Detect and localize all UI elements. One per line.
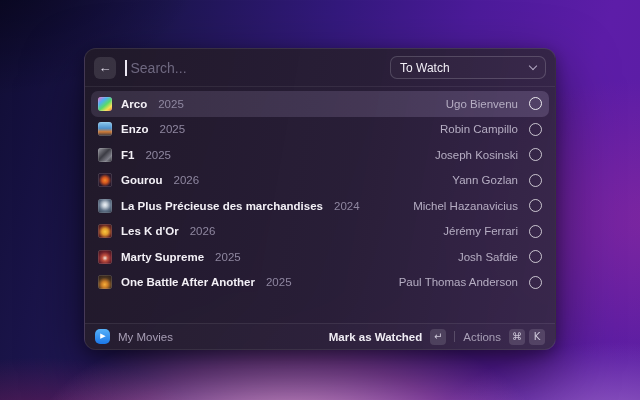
watched-checkbox[interactable]	[529, 123, 542, 136]
back-button[interactable]: ←	[94, 57, 116, 79]
movie-row[interactable]: Enzo 2025 Robin Campillo	[91, 117, 549, 143]
chevron-down-icon	[529, 62, 537, 70]
movie-row[interactable]: One Battle After Another 2025 Paul Thoma…	[91, 270, 549, 296]
movie-row[interactable]: Arco 2025 Ugo Bienvenu	[91, 91, 549, 117]
search-input[interactable]	[129, 59, 391, 77]
movie-row[interactable]: La Plus Précieuse des marchandises 2024 …	[91, 193, 549, 219]
movie-director: Robin Campillo	[440, 123, 518, 135]
watched-checkbox[interactable]	[529, 97, 542, 110]
my-movies-app-icon: ▶	[95, 329, 110, 344]
movie-year: 2025	[158, 98, 184, 110]
return-key-icon: ↵	[430, 329, 446, 345]
movie-poster-icon	[98, 250, 112, 264]
footer-divider	[454, 331, 455, 342]
footer-bar: ▶ My Movies Mark as Watched ↵ Actions ⌘ …	[85, 323, 555, 349]
movie-row[interactable]: F1 2025 Joseph Kosinski	[91, 142, 549, 168]
command-key-icon: ⌘	[509, 329, 525, 345]
movie-director: Jérémy Ferrari	[443, 225, 518, 237]
launcher-window: ← To Watch Arco 2025 Ugo Bienvenu Enzo 2…	[84, 48, 556, 350]
movie-list: Arco 2025 Ugo Bienvenu Enzo 2025 Robin C…	[85, 87, 555, 323]
watched-checkbox[interactable]	[529, 199, 542, 212]
text-cursor	[125, 60, 127, 76]
filter-dropdown[interactable]: To Watch	[390, 56, 546, 79]
movie-year: 2025	[145, 149, 171, 161]
movie-director: Joseph Kosinski	[435, 149, 518, 161]
movie-year: 2026	[174, 174, 200, 186]
k-key-icon: K	[529, 329, 545, 345]
filter-dropdown-value: To Watch	[400, 61, 450, 75]
movie-year: 2026	[190, 225, 216, 237]
movie-director: Michel Hazanavicius	[413, 200, 518, 212]
back-arrow-icon: ←	[99, 60, 112, 75]
movie-director: Josh Safdie	[458, 251, 518, 263]
watched-checkbox[interactable]	[529, 276, 542, 289]
movie-title: Arco	[121, 98, 147, 110]
movie-director: Yann Gozlan	[452, 174, 518, 186]
play-icon: ▶	[100, 333, 105, 340]
movie-director: Paul Thomas Anderson	[399, 276, 518, 288]
movie-title: Enzo	[121, 123, 148, 135]
movie-title: F1	[121, 149, 134, 161]
movie-poster-icon	[98, 199, 112, 213]
movie-poster-icon	[98, 275, 112, 289]
movie-title: Gourou	[121, 174, 163, 186]
movie-title: Marty Supreme	[121, 251, 204, 263]
movie-title: La Plus Précieuse des marchandises	[121, 200, 323, 212]
movie-poster-icon	[98, 122, 112, 136]
movie-director: Ugo Bienvenu	[446, 98, 518, 110]
movie-poster-icon	[98, 224, 112, 238]
movie-year: 2025	[215, 251, 241, 263]
movie-row[interactable]: Les K d'Or 2026 Jérémy Ferrari	[91, 219, 549, 245]
actions-button[interactable]: Actions	[463, 331, 501, 343]
watched-checkbox[interactable]	[529, 174, 542, 187]
movie-row[interactable]: Gourou 2026 Yann Gozlan	[91, 168, 549, 194]
watched-checkbox[interactable]	[529, 250, 542, 263]
top-bar: ← To Watch	[85, 49, 555, 87]
movie-year: 2025	[159, 123, 185, 135]
movie-year: 2025	[266, 276, 292, 288]
movie-year: 2024	[334, 200, 360, 212]
movie-title: One Battle After Another	[121, 276, 255, 288]
watched-checkbox[interactable]	[529, 225, 542, 238]
movie-poster-icon	[98, 97, 112, 111]
movie-poster-icon	[98, 148, 112, 162]
watched-checkbox[interactable]	[529, 148, 542, 161]
mark-as-watched-button[interactable]: Mark as Watched	[329, 331, 423, 343]
movie-title: Les K d'Or	[121, 225, 179, 237]
app-name-label: My Movies	[118, 331, 173, 343]
movie-row[interactable]: Marty Supreme 2025 Josh Safdie	[91, 244, 549, 270]
movie-poster-icon	[98, 173, 112, 187]
